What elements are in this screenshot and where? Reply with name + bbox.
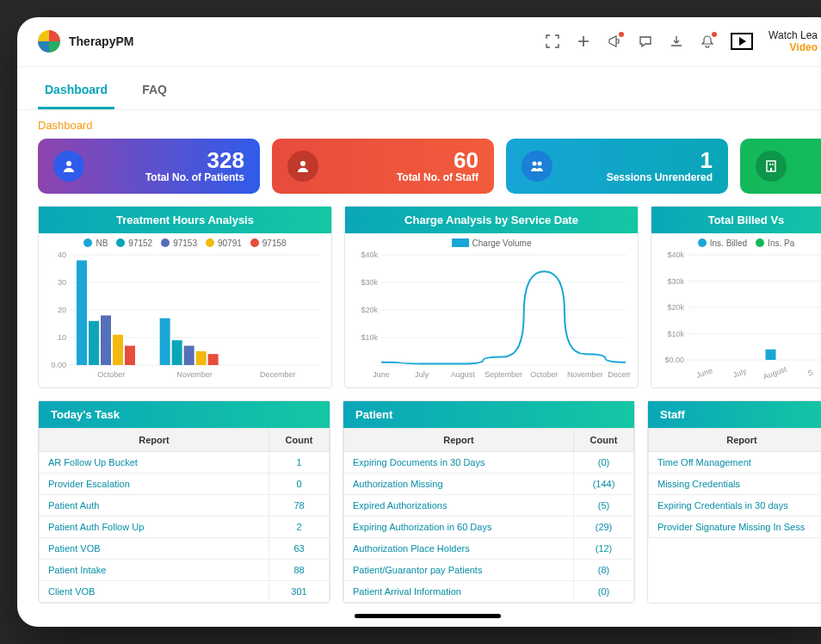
table-row[interactable]: AR Follow Up Bucket1 [40,451,330,473]
bar-chart: $0.00$10k$20k$30k$40kJuneJulyAugustS [658,251,821,381]
table-row[interactable]: Patient Auth Follow Up2 [40,516,330,537]
fullscreen-icon[interactable] [545,34,560,49]
stat-staff[interactable]: 60 Total No. of Staff [272,139,494,194]
chat-icon[interactable] [638,34,653,49]
count-cell[interactable]: 63 [269,537,330,559]
table-row[interactable]: Provider Signature Missing In Sess [649,516,822,537]
report-cell[interactable]: Authorization Place Holders [344,537,574,559]
chart-billed-vs: Total Billed Vs Ins. Billed Ins. Pa $0.0… [651,206,821,388]
svg-point-1 [300,161,306,166]
chart-legend: Charge Volume [352,238,631,248]
stat-value: 60 [330,149,478,171]
report-cell[interactable]: Patient VOB [40,537,269,559]
watch-video-label[interactable]: Watch Lea Video [769,29,818,54]
table-row[interactable]: Client VOB301 [40,580,330,602]
count-cell[interactable]: 88 [269,559,330,580]
svg-text:June: June [373,370,390,379]
count-cell[interactable]: (8) [574,559,634,580]
patient-panel: Patient Report Count Expiring Documents … [343,400,635,604]
svg-text:$0.00: $0.00 [664,356,684,364]
count-cell[interactable]: (144) [574,473,634,494]
table-row[interactable]: Patient VOB63 [40,537,330,559]
svg-text:$20k: $20k [667,303,684,312]
count-cell[interactable]: (0) [574,580,634,602]
building-icon [756,151,787,182]
video-play-icon[interactable] [731,33,753,50]
count-cell[interactable]: 1 [269,451,330,473]
announcement-icon[interactable] [607,34,622,49]
svg-text:August: August [451,370,476,379]
count-cell[interactable]: (5) [574,494,634,516]
download-icon[interactable] [669,34,684,49]
svg-text:September: September [485,370,522,379]
report-cell[interactable]: Time Off Management [649,451,822,473]
table-row[interactable]: Provider Escalation0 [40,473,330,494]
report-cell[interactable]: Client VOB [40,580,269,602]
charts-row: Treatment Hours Analysis NB 97152 97153 … [38,206,818,388]
svg-rect-65 [766,350,776,360]
table-row[interactable]: Patient Arrival Information(0) [344,580,634,602]
report-cell[interactable]: Expiring Credentials in 30 days [649,494,822,516]
report-cell[interactable]: Patient/Guarantor pay Patients [344,559,574,580]
report-cell[interactable]: Provider Escalation [40,473,269,494]
report-cell[interactable]: Patient Auth [40,494,269,516]
legend-label: 97158 [262,238,287,248]
table-row[interactable]: Authorization Place Holders(12) [344,537,634,559]
scroll-indicator[interactable] [355,614,501,618]
svg-rect-21 [101,315,111,365]
report-cell[interactable]: AR Follow Up Bucket [40,451,269,473]
table-row[interactable]: Patient Intake88 [40,559,330,580]
report-cell[interactable]: Expiring Documents in 30 Days [344,451,574,473]
svg-rect-23 [125,345,135,364]
svg-text:30: 30 [58,278,66,287]
table-row[interactable]: Expiring Credentials in 30 days [649,494,822,516]
svg-rect-6 [772,164,774,165]
table-row[interactable]: Missing Credentials [649,473,822,494]
report-cell[interactable]: Patient Arrival Information [344,580,574,602]
person-icon [287,151,318,182]
tab-dashboard[interactable]: Dashboard [38,72,114,109]
bell-icon[interactable] [700,34,715,49]
count-cell[interactable]: (29) [574,516,634,537]
panel-title: Patient [343,401,634,428]
count-cell[interactable]: 2 [269,516,330,537]
count-cell[interactable]: (0) [574,451,634,473]
svg-text:$30k: $30k [361,278,378,287]
report-cell[interactable]: Provider Signature Missing In Sess [649,516,822,537]
table-row[interactable]: Expiring Authorization in 60 Days(29) [344,516,634,537]
count-cell[interactable]: 78 [269,494,330,516]
report-cell[interactable]: Authorization Missing [344,473,574,494]
chart-title: Charge Analysis by Service Date [345,207,638,233]
report-cell[interactable]: Missing Credentials [649,473,822,494]
report-cell[interactable]: Expired Authorizations [344,494,574,516]
person-icon [53,151,84,182]
svg-text:June: June [695,366,714,380]
table-row[interactable]: Expired Authorizations(5) [344,494,634,516]
count-cell[interactable]: 301 [269,580,330,602]
svg-text:40: 40 [58,251,66,259]
svg-rect-26 [172,340,182,365]
plus-icon[interactable] [576,34,591,49]
report-cell[interactable]: Patient Auth Follow Up [40,516,269,537]
table-row[interactable]: Patient Auth78 [40,494,330,516]
stat-label: Total No. of Patients [96,171,244,183]
legend-label: Ins. Pa [768,238,794,248]
svg-text:20: 20 [58,306,66,314]
col-count: Count [269,428,330,451]
breadcrumb: Dashboard [17,110,821,139]
table-row[interactable]: Time Off Management [649,451,822,473]
stat-extra[interactable] [740,139,821,194]
table-row[interactable]: Authorization Missing(144) [344,473,634,494]
count-cell[interactable]: 0 [269,473,330,494]
tab-faq[interactable]: FAQ [135,72,174,109]
table-row[interactable]: Patient/Guarantor pay Patients(8) [344,559,634,580]
report-cell[interactable]: Patient Intake [40,559,269,580]
svg-text:0.00: 0.00 [51,361,66,369]
stat-sessions[interactable]: 1 Sessions Unrendered [506,139,728,194]
report-cell[interactable]: Expiring Authorization in 60 Days [344,516,574,537]
table-row[interactable]: Expiring Documents in 30 Days(0) [344,451,634,473]
count-cell[interactable]: (12) [574,537,634,559]
stat-patients[interactable]: 328 Total No. of Patients [38,139,260,194]
stat-label: Total No. of Staff [330,171,478,183]
stat-value: 1 [565,149,713,171]
